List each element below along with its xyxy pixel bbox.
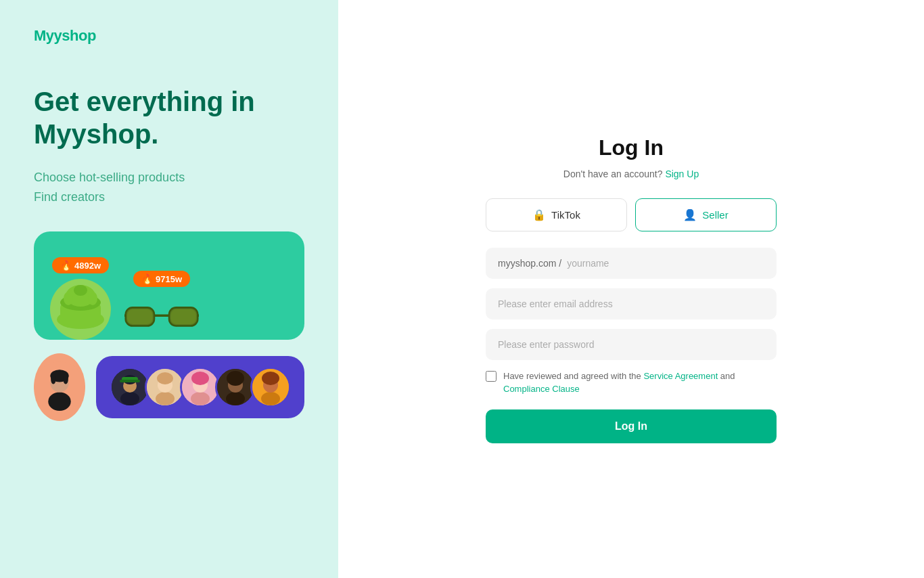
fire-icon-1: 🔥 (60, 260, 72, 271)
agreement-row: Have reviewed and agreed with the Servic… (486, 370, 777, 396)
email-group (486, 288, 777, 319)
seller-tab-label: Seller (702, 209, 728, 221)
product-hat-image (50, 279, 111, 340)
username-wrapper: myyshop.com / (486, 248, 777, 279)
svg-rect-25 (120, 380, 140, 382)
password-input[interactable] (486, 329, 777, 360)
username-input[interactable] (561, 248, 764, 279)
signup-link[interactable]: Sign Up (665, 169, 699, 179)
compliance-clause-link[interactable]: Compliance Clause (503, 384, 580, 394)
agreement-text-mid: and (718, 371, 735, 381)
svg-point-33 (191, 372, 209, 385)
service-agreement-link[interactable]: Service Agreement (643, 371, 718, 381)
right-panel: Log In Don't have an account? Sign Up 🔒 … (338, 0, 924, 578)
login-button[interactable]: Log In (486, 409, 777, 443)
svg-point-19 (63, 374, 68, 384)
creator-avatar-3 (180, 367, 221, 407)
svg-point-4 (74, 285, 87, 296)
svg-rect-12 (127, 309, 152, 324)
tiktok-tab-label: TikTok (551, 209, 580, 221)
creator-avatar-5 (250, 367, 291, 407)
email-input[interactable] (486, 288, 777, 319)
svg-point-18 (51, 374, 56, 384)
login-title: Log In (486, 135, 777, 160)
product-item-2: 🔥 9715w (124, 271, 199, 340)
svg-point-31 (191, 392, 210, 405)
logo: Myyshop (34, 27, 304, 45)
feature-2: Find creators (34, 190, 304, 204)
svg-point-37 (227, 371, 244, 386)
product-badge-1: 🔥 4892w (52, 257, 109, 273)
tiktok-tab[interactable]: 🔒 TikTok (486, 198, 627, 231)
agreement-text: Have reviewed and agreed with the Servic… (503, 370, 777, 396)
product-count-2: 9715w (156, 274, 182, 284)
feature-1: Choose hot-selling products (34, 171, 304, 185)
product-item-1: 🔥 4892w (50, 257, 111, 340)
login-tab-row: 🔒 TikTok 👤 Seller (486, 198, 777, 231)
login-form: Log In Don't have an account? Sign Up 🔒 … (486, 135, 777, 443)
seller-icon: 👤 (683, 208, 697, 221)
creator-solo-avatar (34, 353, 85, 421)
creator-avatar-2 (145, 367, 185, 407)
creator-avatar-1 (110, 367, 150, 407)
svg-point-41 (262, 372, 279, 385)
svg-point-27 (156, 392, 175, 405)
svg-point-29 (157, 372, 173, 384)
seller-tab[interactable]: 👤 Seller (635, 198, 777, 231)
agreement-checkbox[interactable] (486, 371, 496, 382)
creators-row (34, 353, 304, 421)
username-prefix: myyshop.com / (498, 248, 561, 279)
left-panel: Myyshop Get everything in Myyshop. Choos… (0, 0, 338, 578)
creator-avatar-4 (215, 367, 256, 407)
svg-rect-13 (171, 309, 196, 324)
signup-prompt: Don't have an account? Sign Up (486, 169, 777, 179)
features-list: Choose hot-selling products Find creator… (34, 171, 304, 204)
product-badge-2: 🔥 9715w (133, 271, 190, 287)
svg-point-39 (261, 392, 280, 405)
svg-point-21 (120, 392, 139, 405)
product-glasses-image (124, 292, 199, 340)
username-group: myyshop.com / (486, 248, 777, 279)
svg-point-6 (88, 292, 97, 305)
logo-text: Myyshop (34, 27, 96, 44)
svg-point-35 (226, 392, 245, 405)
password-group (486, 329, 777, 360)
headline: Get everything in Myyshop. (34, 85, 304, 150)
tiktok-icon: 🔒 (532, 208, 546, 221)
svg-point-15 (48, 393, 70, 411)
svg-point-5 (64, 292, 73, 305)
products-card: 🔥 4892w 🔥 (34, 231, 304, 340)
fire-icon-2: 🔥 (141, 273, 153, 284)
creators-group-card (96, 356, 304, 418)
product-count-1: 4892w (74, 261, 101, 271)
signup-subtitle: Don't have an account? (563, 169, 663, 179)
agreement-text-before: Have reviewed and agreed with the (503, 371, 643, 381)
